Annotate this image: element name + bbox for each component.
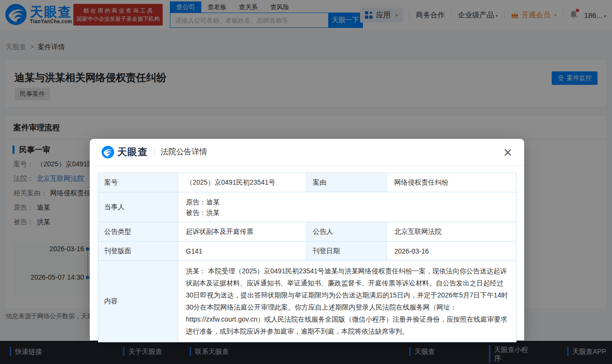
announcement-table: 案号 （2025）京0491民初23541号 案由 网络侵权责任纠纷 当事人 原… (98, 173, 516, 342)
party-value: 原告：迪某 被告：洪某 (178, 192, 516, 222)
type-label: 公告类型 (98, 222, 178, 242)
party-plaintiff: 原告：迪某 (186, 197, 508, 207)
content-label: 内容 (98, 261, 178, 342)
table-row: 当事人 原告：迪某 被告：洪某 (98, 192, 516, 222)
content-value: 洪某： 本院受理（2025）京0491民初23541号迪某与洪某网络侵权责任纠纷… (178, 261, 516, 342)
cause-label: 案由 (307, 173, 387, 192)
publish-date-value: 2026-03-16 (387, 242, 516, 261)
modal-header: 天眼查 法院公告详情 × (90, 139, 524, 166)
tianyancha-eye-icon (101, 146, 114, 159)
page-value: G141 (178, 242, 307, 261)
cause-value: 网络侵权责任纠纷 (387, 173, 516, 192)
page: 天眼查 TianYanCha.com 都 在 用 的 商 业 查 询 工 具 国… (0, 0, 612, 364)
table-row: 内容 洪某： 本院受理（2025）京0491民初23541号迪某与洪某网络侵权责… (98, 261, 516, 342)
table-row: 案号 （2025）京0491民初23541号 案由 网络侵权责任纠纷 (98, 173, 516, 192)
page-label: 刊登版面 (98, 242, 178, 261)
party-label: 当事人 (98, 192, 178, 222)
close-icon[interactable]: × (503, 147, 513, 158)
type-value: 起诉状副本及开庭传票 (178, 222, 307, 242)
table-row: 公告类型 起诉状副本及开庭传票 公告人 北京互联网法院 (98, 222, 516, 242)
announcer-label: 公告人 (307, 222, 387, 242)
table-row: 刊登版面 G141 刊登日期 2026-03-16 (98, 242, 516, 261)
court-announcement-modal: 天眼查 法院公告详情 × 案号 （2025）京0491民初23541号 案由 网… (90, 139, 524, 340)
party-defendant: 被告：洪某 (186, 207, 508, 218)
case-no-label: 案号 (98, 173, 178, 192)
modal-title: 法院公告详情 (161, 147, 207, 157)
publish-date-label: 刊登日期 (307, 242, 387, 261)
modal-brand: 天眼查 (117, 146, 148, 159)
modal-header-divider (154, 148, 154, 157)
case-no-value: （2025）京0491民初23541号 (178, 173, 307, 192)
announcer-value: 北京互联网法院 (387, 222, 516, 242)
